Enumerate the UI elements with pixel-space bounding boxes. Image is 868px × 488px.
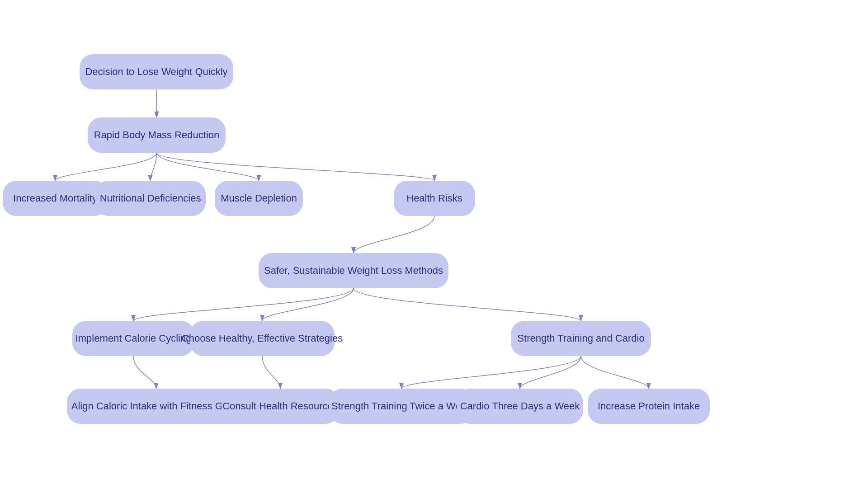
node-nutritional: Nutritional Deficiencies	[95, 181, 206, 216]
edge-rapid-mortality	[55, 153, 157, 181]
node-strategies: Choose Healthy, Effective Strategies	[190, 321, 335, 356]
edge-strategies-consult	[262, 356, 280, 389]
edge-safer-strategies	[262, 288, 354, 321]
node-muscle: Muscle Depletion	[215, 181, 303, 216]
edge-rapid-muscle	[157, 153, 259, 181]
node-cardio3: Cardio Three Days a Week	[457, 389, 583, 424]
edge-safer-calorie	[133, 288, 354, 321]
edge-rapid-nutritional	[151, 153, 157, 181]
edge-health-safer	[354, 216, 434, 253]
node-strength: Strength Training and Cardio	[511, 321, 651, 356]
edge-safer-strength	[354, 288, 581, 321]
edge-strength-cardio3	[520, 356, 581, 389]
node-safer: Safer, Sustainable Weight Loss Methods	[259, 253, 448, 288]
node-mortality: Increased Mortality	[3, 181, 108, 216]
node-rapid: Rapid Body Mass Reduction	[88, 117, 226, 153]
diagram-container: Decision to Lose Weight QuicklyRapid Bod…	[0, 0, 868, 488]
node-decision: Decision to Lose Weight Quickly	[80, 54, 233, 89]
node-twice: Strength Training Twice a Week	[329, 389, 474, 424]
node-calorie: Implement Calorie Cycling	[72, 321, 194, 356]
node-consult: Consult Health Resources	[222, 389, 339, 424]
edge-strength-protein	[581, 356, 649, 389]
node-health: Health Risks	[394, 181, 475, 216]
edge-strength-twice	[401, 356, 581, 389]
node-align: Align Caloric Intake with Fitness Goals	[67, 389, 245, 424]
edge-calorie-align	[133, 356, 156, 389]
edge-rapid-health	[157, 153, 435, 181]
edge-decision-rapid	[156, 89, 157, 117]
node-protein: Increase Protein Intake	[588, 389, 710, 424]
